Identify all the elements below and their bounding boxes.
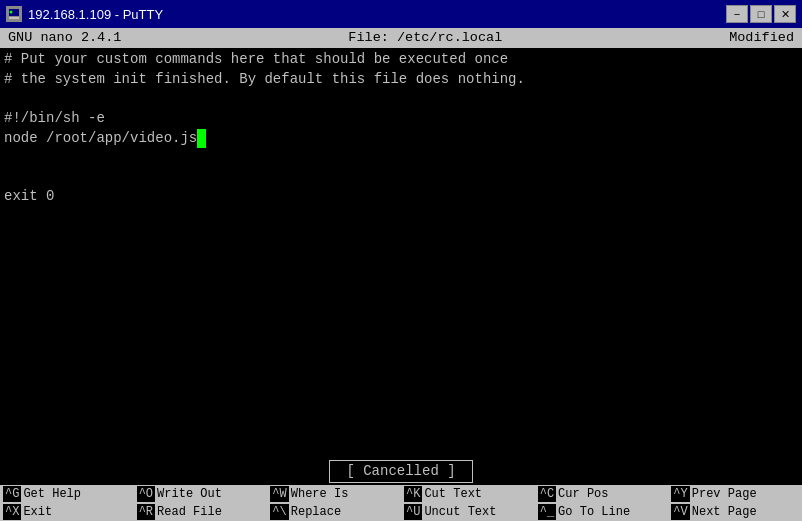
editor-area[interactable]: # Put your custom commands here that sho…: [0, 48, 802, 458]
shortcut-item[interactable]: ^_Go To Line: [535, 503, 669, 521]
shortcut-item[interactable]: ^UUncut Text: [401, 503, 535, 521]
editor-line: [4, 148, 798, 168]
shortcut-area: ^GGet Help^OWrite Out^WWhere Is^KCut Tex…: [0, 485, 802, 521]
putty-icon: [6, 6, 22, 22]
editor-line: exit 0: [4, 187, 798, 207]
titlebar-title: 192.168.1.109 - PuTTY: [28, 7, 163, 22]
close-button[interactable]: ✕: [774, 5, 796, 23]
titlebar-controls: − □ ✕: [726, 5, 796, 23]
shortcut-label: Write Out: [157, 486, 222, 502]
shortcut-key: ^C: [538, 486, 556, 502]
shortcut-key: ^Y: [671, 486, 689, 502]
shortcut-item[interactable]: ^CCur Pos: [535, 485, 669, 503]
shortcut-key: ^G: [3, 486, 21, 502]
editor-line: [4, 89, 798, 109]
shortcut-key: ^R: [137, 504, 155, 520]
shortcut-label: Next Page: [692, 504, 757, 520]
shortcut-item[interactable]: ^WWhere Is: [267, 485, 401, 503]
shortcut-key: ^X: [3, 504, 21, 520]
editor-line: #!/bin/sh -e: [4, 109, 798, 129]
shortcut-item[interactable]: ^RRead File: [134, 503, 268, 521]
cancelled-bar: [ Cancelled ]: [0, 458, 802, 485]
shortcut-item[interactable]: ^YPrev Page: [668, 485, 802, 503]
shortcut-label: Uncut Text: [424, 504, 496, 520]
shortcut-key: ^K: [404, 486, 422, 502]
shortcut-key: ^_: [538, 504, 556, 520]
shortcut-item[interactable]: ^\Replace: [267, 503, 401, 521]
shortcut-key: ^\: [270, 504, 288, 520]
shortcut-item[interactable]: ^OWrite Out: [134, 485, 268, 503]
shortcut-key: ^U: [404, 504, 422, 520]
shortcut-label: Cut Text: [424, 486, 482, 502]
shortcut-item[interactable]: ^KCut Text: [401, 485, 535, 503]
nano-version: GNU nano 2.4.1: [8, 29, 121, 47]
shortcut-item[interactable]: ^GGet Help: [0, 485, 134, 503]
editor-line: # Put your custom commands here that sho…: [4, 50, 798, 70]
terminal: GNU nano 2.4.1 File: /etc/rc.local Modif…: [0, 28, 802, 521]
shortcut-label: Replace: [291, 504, 341, 520]
shortcut-key: ^W: [270, 486, 288, 502]
shortcut-item[interactable]: ^XExit: [0, 503, 134, 521]
text-cursor: [197, 129, 206, 149]
minimize-button[interactable]: −: [726, 5, 748, 23]
file-path: File: /etc/rc.local: [348, 29, 502, 47]
editor-line: [4, 168, 798, 188]
shortcut-row-1: ^GGet Help^OWrite Out^WWhere Is^KCut Tex…: [0, 485, 802, 503]
shortcut-label: Cur Pos: [558, 486, 608, 502]
svg-rect-2: [9, 17, 19, 19]
shortcut-label: Read File: [157, 504, 222, 520]
statusbar-top: GNU nano 2.4.1 File: /etc/rc.local Modif…: [0, 28, 802, 48]
editor-line: node /root/app/video.js: [4, 129, 798, 149]
shortcut-label: Where Is: [291, 486, 349, 502]
modified-status: Modified: [729, 29, 794, 47]
shortcut-label: Get Help: [23, 486, 81, 502]
titlebar: 192.168.1.109 - PuTTY − □ ✕: [0, 0, 802, 28]
shortcut-key: ^O: [137, 486, 155, 502]
restore-button[interactable]: □: [750, 5, 772, 23]
editor-line: # the system init finished. By default t…: [4, 70, 798, 90]
titlebar-left: 192.168.1.109 - PuTTY: [6, 6, 163, 22]
shortcut-row-2: ^XExit^RRead File^\Replace^UUncut Text^_…: [0, 503, 802, 521]
shortcut-key: ^V: [671, 504, 689, 520]
editor-lines: # Put your custom commands here that sho…: [4, 50, 798, 207]
shortcut-label: Exit: [23, 504, 52, 520]
shortcut-item[interactable]: ^VNext Page: [668, 503, 802, 521]
cancelled-message: [ Cancelled ]: [329, 460, 472, 483]
shortcut-label: Prev Page: [692, 486, 757, 502]
svg-point-3: [10, 11, 13, 14]
shortcut-label: Go To Line: [558, 504, 630, 520]
